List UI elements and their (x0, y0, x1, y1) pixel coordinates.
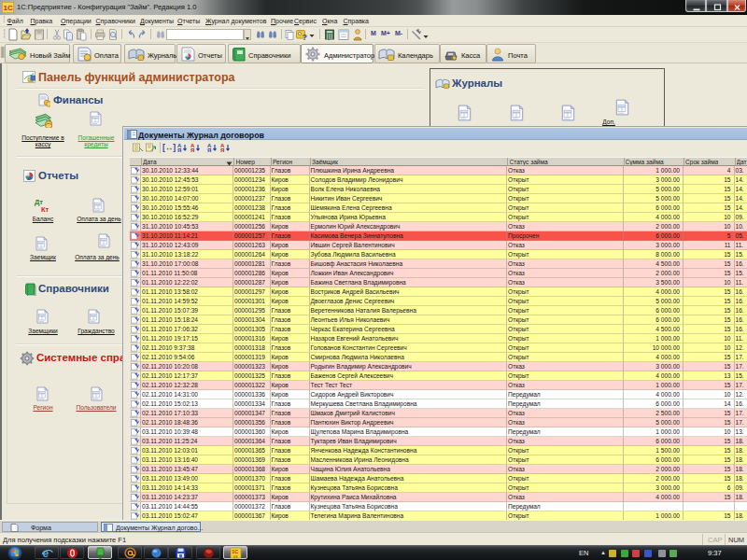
svg-text:Я: Я (190, 147, 194, 153)
svg-text:Я: Я (220, 147, 224, 153)
svg-text:Я: Я (207, 147, 211, 153)
svg-text:1С: 1С (4, 4, 13, 12)
svg-text:Я: Я (177, 147, 181, 153)
svg-text:V8: V8 (233, 553, 238, 558)
svg-text:?: ? (303, 33, 308, 42)
svg-text:[↔]: [↔] (162, 143, 176, 152)
